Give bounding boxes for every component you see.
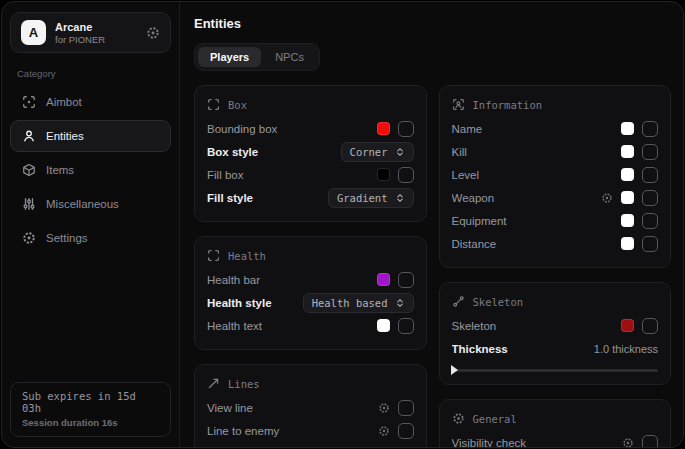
view-line-checkbox[interactable] <box>398 400 414 416</box>
thickness-value: 1.0 thickness <box>594 343 658 355</box>
color-swatch[interactable] <box>377 122 390 135</box>
color-swatch[interactable] <box>621 319 634 332</box>
weapon-checkbox[interactable] <box>642 190 658 206</box>
color-swatch[interactable] <box>621 237 634 250</box>
panel-title: Box <box>228 99 247 111</box>
gear-icon <box>452 412 465 425</box>
sidebar: A Arcane for PIONER Category Aimbot <box>2 2 180 447</box>
tab-npcs[interactable]: NPCs <box>263 47 316 67</box>
bounding-box-checkbox[interactable] <box>398 121 414 137</box>
app-window: A Arcane for PIONER Category Aimbot <box>1 1 684 448</box>
kill-checkbox[interactable] <box>642 144 658 160</box>
setting-label: Fill box <box>207 169 369 181</box>
fill-style-select[interactable]: Gradient <box>328 188 414 208</box>
setting-row-skeleton: Skeleton <box>452 314 659 337</box>
thickness-slider[interactable] <box>452 369 659 372</box>
setting-label: Equipment <box>452 215 614 227</box>
setting-row-fill-box: Fill box <box>207 163 414 186</box>
person-scan-icon <box>452 98 465 111</box>
gear-icon[interactable] <box>622 437 634 448</box>
panel-skeleton: Skeleton Skeleton Thickness 1.0 thicknes… <box>439 282 672 385</box>
sidebar-item-label: Items <box>46 164 74 176</box>
color-swatch[interactable] <box>621 145 634 158</box>
panel-information: Information Name Kill Level <box>439 85 672 268</box>
setting-row-health-text: Health text <box>207 314 414 337</box>
select-value: Health based <box>312 297 388 309</box>
setting-label: Name <box>452 123 614 135</box>
sidebar-item-entities[interactable]: Entities <box>10 120 171 152</box>
color-swatch[interactable] <box>377 319 390 332</box>
gear-icon[interactable] <box>601 192 613 204</box>
panel-title: Health <box>228 250 266 262</box>
tab-players[interactable]: Players <box>198 47 261 67</box>
equipment-checkbox[interactable] <box>642 213 658 229</box>
setting-label: Line to enemy <box>207 425 370 437</box>
color-swatch[interactable] <box>377 273 390 286</box>
box-style-select[interactable]: Corner <box>341 142 414 162</box>
app-subtitle: for PIONER <box>55 34 105 45</box>
sidebar-item-settings[interactable]: Settings <box>10 222 171 254</box>
setting-label: Fill style <box>207 192 320 204</box>
panel-box: Box Bounding box Box style Corner <box>194 85 427 222</box>
sidebar-item-label: Entities <box>46 130 84 142</box>
setting-row-kill: Kill <box>452 140 659 163</box>
main-content: Entities Players NPCs Box Bounding box <box>180 2 683 447</box>
setting-label: Distance <box>452 238 614 250</box>
level-checkbox[interactable] <box>642 167 658 183</box>
health-style-select[interactable]: Health based <box>303 293 414 313</box>
page-title: Entities <box>194 16 671 31</box>
crosshair-scan-icon <box>21 95 36 109</box>
setting-row-thickness: Thickness 1.0 thickness <box>452 337 659 360</box>
panel-title: Skeleton <box>473 296 524 308</box>
color-swatch[interactable] <box>621 214 634 227</box>
diagonal-line-icon <box>207 377 220 390</box>
setting-label: View line <box>207 402 370 414</box>
line-to-enemy-checkbox[interactable] <box>398 423 414 439</box>
app-logo-card: A Arcane for PIONER <box>10 12 171 53</box>
color-swatch[interactable] <box>621 191 634 204</box>
corner-brackets-icon <box>207 249 220 262</box>
fill-box-checkbox[interactable] <box>398 167 414 183</box>
setting-label: Thickness <box>452 343 586 355</box>
app-logo: A <box>21 20 46 45</box>
category-label: Category <box>17 68 164 79</box>
slider-thumb[interactable] <box>451 365 458 375</box>
bone-icon <box>452 295 465 308</box>
color-swatch[interactable] <box>377 168 390 181</box>
health-bar-checkbox[interactable] <box>398 272 414 288</box>
skeleton-checkbox[interactable] <box>642 318 658 334</box>
panel-title: Information <box>473 99 543 111</box>
setting-label: Skeleton <box>452 320 614 332</box>
health-text-checkbox[interactable] <box>398 318 414 334</box>
gear-icon[interactable] <box>378 425 390 437</box>
distance-checkbox[interactable] <box>642 236 658 252</box>
name-checkbox[interactable] <box>642 121 658 137</box>
panel-lines: Lines View line Line to enemy <box>194 364 427 447</box>
panel-general: General Visibility check Max distance 50… <box>439 399 672 447</box>
sidebar-item-label: Settings <box>46 232 88 244</box>
unfold-icon <box>395 147 405 157</box>
sidebar-item-items[interactable]: Items <box>10 154 171 186</box>
setting-row-level: Level <box>452 163 659 186</box>
gear-icon[interactable] <box>146 26 160 40</box>
gear-icon[interactable] <box>378 402 390 414</box>
setting-row-bounding-box: Bounding box <box>207 117 414 140</box>
sidebar-item-aimbot[interactable]: Aimbot <box>10 86 171 118</box>
color-swatch[interactable] <box>621 122 634 135</box>
setting-row-equipment: Equipment <box>452 209 659 232</box>
setting-row-line-to-enemy: Line to enemy <box>207 419 414 442</box>
sidebar-item-miscellaneous[interactable]: Miscellaneous <box>10 188 171 220</box>
sliders-icon <box>21 197 36 211</box>
gear-icon <box>21 231 36 245</box>
setting-label: Box style <box>207 146 333 158</box>
visibility-check-checkbox[interactable] <box>642 435 658 448</box>
color-swatch[interactable] <box>621 168 634 181</box>
setting-row-name: Name <box>452 117 659 140</box>
entity-tabs: Players NPCs <box>194 43 320 71</box>
setting-row-view-line: View line <box>207 396 414 419</box>
subscription-card: Sub expires in 15d 03h Session duration … <box>10 382 171 437</box>
setting-row-health-bar: Health bar <box>207 268 414 291</box>
setting-label: Health style <box>207 297 295 309</box>
unfold-icon <box>395 193 405 203</box>
select-value: Corner <box>350 146 388 158</box>
